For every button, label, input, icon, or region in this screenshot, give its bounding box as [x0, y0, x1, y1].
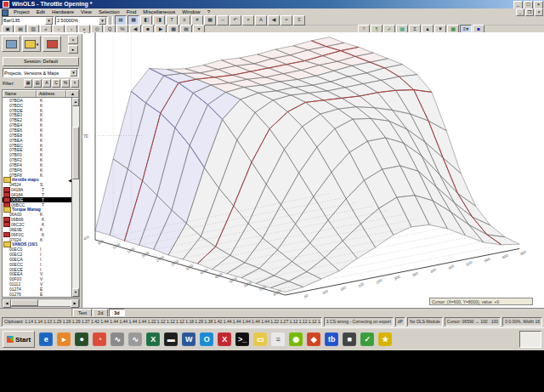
spacer — [3, 153, 8, 156]
panel-open-button[interactable]: ▾ — [22, 36, 41, 52]
panel-close-button[interactable]: × — [68, 36, 78, 44]
yellow-app-icon[interactable]: ★ — [378, 332, 392, 346]
list-vertical-scrollbar[interactable]: ▲ ▼ — [71, 98, 79, 297]
svg-text:450: 450 — [447, 264, 455, 270]
spacer — [3, 113, 8, 116]
spacer — [3, 183, 8, 186]
chrome-icon[interactable]: ◔ — [93, 332, 106, 346]
svg-text:3200: 3200 — [184, 263, 194, 270]
windows-taskbar: Start e▸●◔∿∿X▬WOX>_▭≡◉◆tb■✓★ — [0, 327, 544, 350]
dark-app-icon[interactable]: ■ — [343, 332, 356, 346]
word-icon[interactable]: W — [182, 332, 196, 346]
title-bar[interactable]: WinOLS - Throttle Opening * _ □ × — [0, 0, 544, 9]
grid-icon[interactable]: ▦ — [204, 15, 216, 26]
spacer — [3, 109, 8, 112]
swoosh-alt-icon[interactable]: ∿ — [128, 332, 142, 346]
terminal-icon[interactable]: >_ — [235, 332, 249, 346]
chevron-down-icon[interactable]: ▾ — [70, 69, 77, 77]
filter-button-5[interactable]: % — [61, 79, 70, 88]
blue-app-icon[interactable]: tb — [325, 332, 338, 346]
swoosh-icon[interactable]: ∿ — [110, 332, 124, 346]
child-minimize-button[interactable]: _ — [516, 9, 524, 16]
svg-text:400: 400 — [82, 235, 90, 241]
projects-versions-maps-combo[interactable]: Projects, Versions & Maps▾ — [3, 68, 79, 77]
scrollbar-thumb[interactable] — [11, 299, 38, 306]
spacer — [3, 128, 8, 132]
back-icon[interactable]: ◀ — [268, 15, 280, 26]
svg-text:400: 400 — [429, 267, 437, 274]
sort-ascending-button[interactable]: ▲ — [66, 90, 79, 97]
filter-button-1[interactable]: ▦ — [24, 79, 32, 88]
list-horizontal-scrollbar[interactable]: ◀ ▶ — [2, 298, 80, 307]
excel-icon[interactable]: X — [146, 332, 160, 346]
status-field-1: 1 CS wrong - Correcting on export — [324, 317, 394, 327]
panel-save-button[interactable] — [2, 36, 20, 52]
status-field-2: dP — [395, 317, 405, 327]
session-button[interactable]: Session: Default — [3, 57, 79, 66]
filter-row: Filter: ▦▤AC%× — [0, 78, 82, 88]
red-app-icon[interactable]: X — [218, 332, 231, 346]
game-icon[interactable]: ● — [75, 332, 88, 346]
spacer — [3, 253, 8, 256]
cursor-tooltip: Cursor: (X=600, Y=8000), value: +0 — [429, 298, 533, 305]
notepad-icon[interactable]: ≡ — [271, 332, 285, 346]
scroll-left-icon[interactable]: ◀ — [3, 299, 11, 308]
svg-text:50: 50 — [303, 293, 309, 299]
media-player-icon[interactable]: ▸ — [57, 332, 71, 346]
spinner-icon[interactable]: ▾ — [99, 17, 106, 25]
svg-text:300: 300 — [394, 274, 401, 281]
column-header-address[interactable]: Address — [37, 90, 66, 97]
status-field-4: Cursor: 06590 ↔ 100 : 100 — [445, 317, 501, 327]
filter-button-2[interactable]: ▤ — [33, 79, 42, 88]
swap-icon[interactable]: ↔ — [217, 15, 229, 26]
ie-icon[interactable]: e — [39, 332, 53, 346]
status-field-3: No OLS-Module — [407, 317, 443, 327]
panel-pin-button[interactable]: ▸ — [68, 45, 78, 54]
spacer — [3, 213, 8, 216]
delete-icon[interactable]: × — [242, 15, 254, 26]
spacer — [3, 247, 8, 251]
svg-text:4800: 4800 — [214, 271, 224, 279]
panel-import-button[interactable] — [42, 36, 61, 52]
svg-text:70: 70 — [83, 134, 88, 139]
font-icon[interactable]: A — [255, 15, 267, 26]
spacer — [3, 139, 8, 142]
scrollbar-thumb[interactable] — [72, 127, 79, 179]
spacer — [3, 134, 8, 137]
scroll-up-icon[interactable]: ▲ — [72, 98, 79, 106]
svg-text:1200: 1200 — [111, 241, 121, 249]
svg-text:2000: 2000 — [141, 250, 150, 258]
green-app-icon[interactable]: ✓ — [360, 332, 374, 346]
child-close-button[interactable]: × — [535, 9, 543, 16]
spacer — [3, 118, 8, 122]
filter-button-3[interactable]: A — [42, 79, 51, 88]
folder-icon[interactable]: ▭ — [253, 332, 267, 346]
scroll-down-icon[interactable]: ▼ — [72, 288, 79, 297]
filter-button-4[interactable]: C — [52, 79, 60, 88]
outlook-icon[interactable]: O — [200, 332, 213, 346]
gpu-tool-icon[interactable]: ◉ — [289, 332, 303, 346]
spacer — [3, 282, 8, 286]
system-tray[interactable] — [519, 331, 541, 348]
factor-combo-value: 2.50000% — [57, 17, 78, 24]
filter-label: Filter: — [3, 81, 14, 86]
child-window-icon[interactable] — [2, 9, 8, 16]
onenote-icon[interactable]: ▬ — [164, 332, 178, 346]
undo-icon[interactable]: ↶ — [230, 15, 241, 26]
spacer — [3, 104, 8, 107]
spinner-icon[interactable]: ▾ — [45, 17, 53, 25]
start-label: Start — [15, 336, 31, 344]
start-button[interactable]: Start — [3, 331, 35, 348]
utility-icon[interactable]: ◆ — [307, 332, 320, 346]
chevron-down-icon: ▾ — [37, 42, 39, 47]
filter-button-6[interactable]: × — [71, 79, 79, 88]
spacer — [3, 99, 8, 102]
wave-icon[interactable]: ≈ — [280, 15, 292, 26]
list-icon[interactable]: ≡ — [293, 15, 305, 26]
column-header-name[interactable]: Name — [3, 90, 37, 97]
scroll-right-icon[interactable]: ▶ — [71, 299, 79, 308]
svg-text:250: 250 — [376, 278, 383, 285]
svg-text:200: 200 — [357, 281, 365, 288]
svg-text:100: 100 — [321, 288, 329, 295]
child-restore-button[interactable]: ❐ — [525, 9, 534, 16]
